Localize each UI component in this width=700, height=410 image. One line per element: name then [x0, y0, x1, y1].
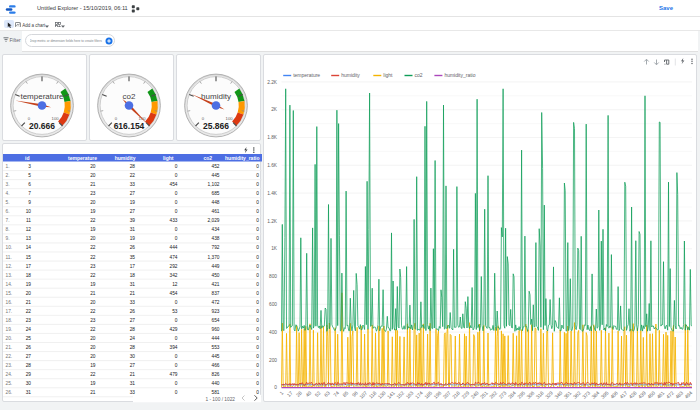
svg-text:21: 21	[130, 372, 136, 377]
svg-text:22: 22	[90, 255, 96, 260]
svg-text:29: 29	[26, 372, 32, 377]
svg-text:19: 19	[90, 209, 96, 214]
svg-text:17.: 17.	[6, 309, 13, 314]
svg-text:0: 0	[256, 318, 259, 323]
svg-text:351: 351	[562, 390, 572, 400]
svg-text:8.: 8.	[6, 227, 10, 232]
svg-text:28: 28	[130, 327, 136, 332]
svg-text:light: light	[163, 155, 174, 161]
svg-text:6.: 6.	[6, 209, 10, 214]
svg-text:450: 450	[646, 390, 656, 400]
svg-text:21: 21	[90, 182, 96, 187]
svg-text:0: 0	[256, 381, 259, 386]
svg-text:23: 23	[26, 318, 32, 323]
svg-text:826: 826	[211, 372, 219, 377]
svg-text:394: 394	[169, 345, 177, 350]
svg-text:454: 454	[169, 182, 177, 187]
svg-text:20: 20	[90, 336, 96, 341]
svg-text:472: 472	[211, 300, 219, 305]
svg-text:438: 438	[211, 236, 219, 241]
svg-text:0: 0	[256, 218, 259, 223]
svg-text:31: 31	[26, 390, 32, 395]
svg-text:395: 395	[600, 390, 610, 400]
svg-text:461: 461	[655, 390, 665, 400]
svg-text:0: 0	[256, 309, 259, 314]
svg-text:439: 439	[637, 390, 647, 400]
svg-text:23: 23	[90, 318, 96, 323]
svg-text:20: 20	[90, 164, 96, 169]
svg-text:22: 22	[90, 218, 96, 223]
svg-text:218: 218	[451, 390, 461, 400]
svg-text:494: 494	[683, 390, 693, 400]
svg-text:11.: 11.	[6, 255, 12, 260]
svg-text:20.666: 20.666	[29, 121, 55, 131]
svg-text:616.154: 616.154	[114, 121, 145, 131]
svg-text:26: 26	[26, 345, 32, 350]
svg-text:445: 445	[211, 173, 219, 178]
svg-text:654: 654	[211, 318, 219, 323]
svg-text:107: 107	[358, 390, 368, 400]
svg-text:1 - 100 / 1022: 1 - 100 / 1022	[205, 397, 235, 402]
svg-text:472: 472	[665, 390, 675, 400]
svg-text:17: 17	[286, 390, 294, 398]
svg-text:141: 141	[386, 390, 396, 400]
svg-text:52: 52	[313, 390, 321, 398]
svg-text:27: 27	[26, 354, 32, 359]
svg-text:306: 306	[525, 390, 535, 400]
svg-text:0: 0	[175, 390, 178, 395]
svg-text:1K: 1K	[271, 246, 278, 251]
svg-text:0: 0	[256, 164, 259, 169]
svg-text:196: 196	[432, 390, 442, 400]
svg-text:20.: 20.	[6, 336, 13, 341]
svg-text:28: 28	[26, 363, 32, 368]
svg-text:417: 417	[618, 390, 628, 400]
svg-text:444: 444	[169, 245, 177, 250]
svg-text:0: 0	[256, 390, 259, 395]
svg-text:581: 581	[211, 390, 219, 395]
svg-text:0: 0	[256, 273, 259, 278]
svg-text:3.: 3.	[6, 182, 10, 187]
svg-text:30: 30	[26, 381, 32, 386]
svg-text:10.: 10.	[6, 245, 13, 250]
svg-text:553: 553	[211, 345, 219, 350]
svg-text:9: 9	[28, 200, 31, 205]
svg-text:7: 7	[28, 191, 31, 196]
svg-text:474: 474	[169, 255, 177, 260]
svg-text:co2: co2	[415, 72, 423, 78]
svg-text:0: 0	[175, 354, 178, 359]
svg-text:152: 152	[395, 390, 405, 400]
svg-text:15: 15	[26, 255, 32, 260]
svg-text:19.: 19.	[6, 327, 13, 332]
svg-text:362: 362	[572, 390, 582, 400]
svg-text:2.2K: 2.2K	[267, 80, 278, 85]
svg-text:5.: 5.	[6, 200, 10, 205]
svg-text:85: 85	[341, 390, 349, 398]
svg-text:0: 0	[256, 345, 259, 350]
svg-text:74: 74	[332, 390, 340, 398]
svg-text:co2: co2	[203, 155, 212, 161]
svg-text:temperature: temperature	[293, 72, 320, 78]
svg-text:20: 20	[90, 300, 96, 305]
svg-text:2K: 2K	[271, 107, 278, 112]
svg-text:temperature: temperature	[68, 155, 97, 161]
svg-text:0: 0	[256, 282, 259, 287]
svg-text:16.: 16.	[6, 300, 13, 305]
svg-text:0: 0	[175, 191, 178, 196]
svg-text:30: 30	[130, 354, 136, 359]
svg-text:0: 0	[256, 336, 259, 341]
svg-text:19: 19	[130, 200, 136, 205]
svg-text:28: 28	[130, 345, 136, 350]
svg-text:1.2K: 1.2K	[267, 219, 278, 224]
svg-text:251: 251	[479, 390, 489, 400]
svg-text:2,029: 2,029	[207, 218, 219, 223]
svg-text:229: 229	[460, 390, 470, 400]
svg-text:24: 24	[130, 336, 136, 341]
svg-text:21.: 21.	[6, 345, 13, 350]
svg-text:25: 25	[26, 336, 32, 341]
svg-text:479: 479	[169, 372, 177, 377]
svg-text:163: 163	[404, 390, 414, 400]
svg-text:0: 0	[256, 291, 259, 296]
svg-text:33: 33	[130, 390, 136, 395]
svg-text:20: 20	[90, 345, 96, 350]
svg-text:humidity_ratio: humidity_ratio	[225, 155, 259, 161]
